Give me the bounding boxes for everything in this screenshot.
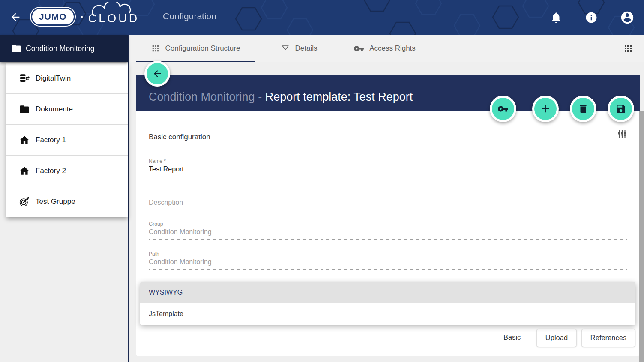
cloud-wordmark: CLOUD bbox=[88, 12, 140, 25]
footer-tab-basic[interactable]: Basic bbox=[503, 333, 521, 341]
panel-title-main: Report template: Test Report bbox=[265, 90, 413, 103]
cloud-outline-icon bbox=[90, 2, 137, 16]
main-panel: Configuration Structure Details Access R… bbox=[129, 35, 644, 362]
tabbar: Configuration Structure Details Access R… bbox=[129, 35, 644, 62]
target-icon bbox=[19, 196, 30, 207]
name-field: Name * bbox=[149, 158, 627, 177]
account-icon[interactable] bbox=[620, 10, 635, 25]
topbar: JUMO · CLOUD Configuration bbox=[0, 0, 644, 35]
tab-access-rights[interactable]: Access Rights bbox=[347, 35, 422, 62]
digital-twin-icon bbox=[19, 73, 30, 84]
name-label: Name * bbox=[149, 158, 627, 164]
topbar-back-icon[interactable] bbox=[9, 11, 21, 23]
key-icon bbox=[353, 43, 364, 54]
access-key-button[interactable] bbox=[490, 96, 516, 122]
path-input bbox=[149, 257, 627, 270]
panel-title-prefix: Condition Monitoring - bbox=[149, 90, 265, 103]
apps-grid-icon[interactable] bbox=[623, 43, 633, 54]
grid-icon bbox=[151, 44, 160, 53]
panel-header-band: Condition Monitoring - Report template: … bbox=[136, 75, 640, 111]
delete-button[interactable] bbox=[570, 96, 596, 122]
description-field bbox=[149, 197, 627, 210]
path-field: Path bbox=[149, 251, 627, 270]
arrow-left-icon bbox=[152, 69, 162, 79]
home-icon bbox=[19, 165, 30, 177]
folder-icon bbox=[19, 104, 30, 115]
description-input[interactable] bbox=[149, 197, 627, 210]
footer-tab-upload[interactable]: Upload bbox=[536, 329, 577, 347]
save-button[interactable] bbox=[608, 96, 634, 122]
group-label: Group bbox=[149, 221, 627, 227]
vertical-scrollbar[interactable] bbox=[639, 111, 644, 362]
footer-tab-references[interactable]: References bbox=[581, 329, 635, 347]
sidebar-item-factory-2[interactable]: Factory 2 bbox=[6, 156, 128, 186]
dropdown-option-jstemplate[interactable]: JsTemplate bbox=[140, 303, 635, 325]
add-button[interactable] bbox=[532, 96, 559, 122]
jumo-logo-pill: JUMO bbox=[32, 9, 74, 24]
plus-icon bbox=[539, 103, 551, 115]
save-icon bbox=[615, 103, 626, 114]
dropdown-option-wysiwyg[interactable]: WYSIWYG bbox=[140, 282, 635, 303]
group-input bbox=[149, 227, 627, 240]
jumo-cloud-app: JUMO · CLOUD Configuration bbox=[0, 0, 644, 362]
sidebar-item-factory-1[interactable]: Factory 1 bbox=[6, 125, 128, 156]
filter-icon bbox=[281, 44, 290, 53]
logo-separator: · bbox=[81, 11, 84, 23]
jumo-cloud-logo: JUMO · CLOUD bbox=[32, 8, 139, 25]
notifications-bell-icon[interactable] bbox=[550, 11, 563, 24]
sidebar-item-dokumente[interactable]: Dokumente bbox=[6, 94, 128, 125]
sidebar-item-condition-monitoring[interactable]: Condition Monitoring bbox=[0, 35, 128, 62]
sidebar: Condition Monitoring DigitalTwin bbox=[0, 35, 128, 362]
group-field: Group bbox=[149, 221, 627, 240]
sidebar-item-list: DigitalTwin Dokumente Factory 1 Factory … bbox=[6, 63, 128, 217]
info-icon[interactable] bbox=[585, 11, 598, 24]
home-icon bbox=[19, 135, 30, 146]
sidebar-item-digitaltwin[interactable]: DigitalTwin bbox=[6, 63, 128, 94]
trash-icon bbox=[578, 103, 589, 114]
tab-configuration-structure[interactable]: Configuration Structure bbox=[136, 35, 255, 62]
page-title: Configuration bbox=[163, 11, 216, 21]
template-type-dropdown: WYSIWYG JsTemplate bbox=[140, 282, 635, 325]
name-input[interactable] bbox=[149, 164, 627, 177]
tab-details[interactable]: Details bbox=[274, 35, 323, 62]
panel-back-button[interactable] bbox=[144, 61, 170, 87]
folder-icon bbox=[11, 43, 22, 54]
panel-title: Condition Monitoring - Report template: … bbox=[149, 90, 413, 104]
path-label: Path bbox=[149, 251, 627, 257]
tune-sliders-icon[interactable] bbox=[617, 129, 628, 140]
sidebar-item-test-gruppe[interactable]: Test Gruppe bbox=[6, 186, 128, 217]
key-icon bbox=[497, 103, 509, 114]
